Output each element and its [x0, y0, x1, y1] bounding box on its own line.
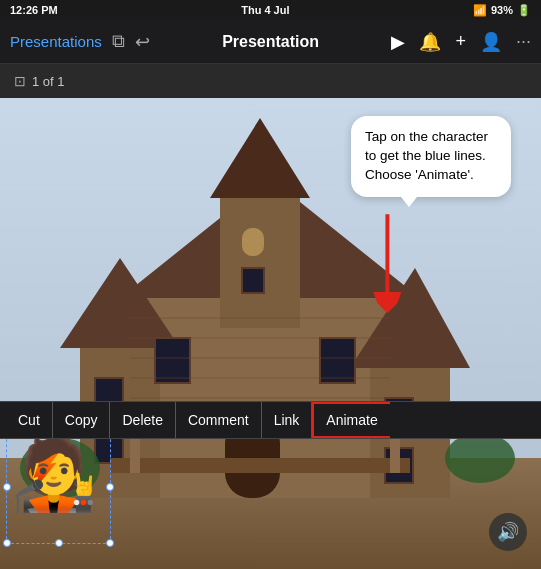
handle-bottom-middle[interactable]	[55, 539, 63, 547]
toolbar-right: ▶ 🔔 + 👤 ···	[391, 31, 531, 53]
handle-bottom-right[interactable]	[106, 539, 114, 547]
play-icon[interactable]: ▶	[391, 31, 405, 53]
bell-icon[interactable]: 🔔	[419, 31, 441, 53]
status-right: 📶 93% 🔋	[473, 4, 531, 17]
toolbar-title: Presentation	[150, 33, 392, 51]
svg-rect-20	[110, 458, 410, 473]
profile-icon[interactable]: 👤	[480, 31, 502, 53]
handle-bottom-left[interactable]	[3, 539, 11, 547]
status-time: 12:26 PM	[10, 4, 58, 16]
toolbar: Presentations ⧉ ↩ Presentation ▶ 🔔 + 👤 ·…	[0, 20, 541, 64]
menu-link[interactable]: Link	[262, 402, 313, 438]
battery-icon: 🔋	[517, 4, 531, 17]
undo-icon[interactable]: ↩	[135, 31, 150, 53]
status-bar: 12:26 PM Thu 4 Jul 📶 93% 🔋	[0, 0, 541, 20]
sound-icon: 🔊	[497, 521, 519, 543]
svg-rect-9	[220, 198, 300, 328]
menu-cut[interactable]: Cut	[6, 402, 53, 438]
slide-nav: ⊡ 1 of 1	[0, 64, 541, 98]
status-date: Thu 4 Jul	[241, 4, 289, 16]
svg-rect-14	[242, 268, 264, 293]
svg-rect-11	[155, 338, 190, 383]
svg-rect-13	[242, 228, 264, 256]
battery-level: 93%	[491, 4, 513, 16]
wifi-icon: 📶	[473, 4, 487, 17]
menu-delete[interactable]: Delete	[110, 402, 175, 438]
context-menu: Cut Copy Delete Comment Link Animate	[0, 401, 541, 439]
more-icon[interactable]: ···	[516, 31, 531, 52]
slide-count: 1 of 1	[32, 74, 65, 89]
plus-icon[interactable]: +	[455, 31, 466, 52]
presentations-link[interactable]: Presentations	[10, 33, 102, 50]
slide-thumbnail-icon: ⊡	[14, 73, 26, 89]
svg-point-31	[445, 433, 515, 483]
sound-button[interactable]: 🔊	[489, 513, 527, 551]
character-emoji: 🧑‍🎤	[10, 439, 105, 509]
copy-icon[interactable]: ⧉	[112, 31, 125, 52]
handle-right-middle[interactable]	[106, 483, 114, 491]
svg-rect-12	[320, 338, 355, 383]
toolbar-left: Presentations ⧉ ↩	[10, 31, 150, 53]
speech-bubble: Tap on the character to get the blue lin…	[351, 116, 511, 197]
menu-animate[interactable]: Animate	[312, 402, 389, 438]
menu-comment[interactable]: Comment	[176, 402, 262, 438]
main-content: Tap on the character to get the blue lin…	[0, 98, 541, 569]
character[interactable]: 🧑‍🎤	[10, 439, 105, 539]
menu-copy[interactable]: Copy	[53, 402, 111, 438]
speech-bubble-text: Tap on the character to get the blue lin…	[365, 129, 488, 182]
